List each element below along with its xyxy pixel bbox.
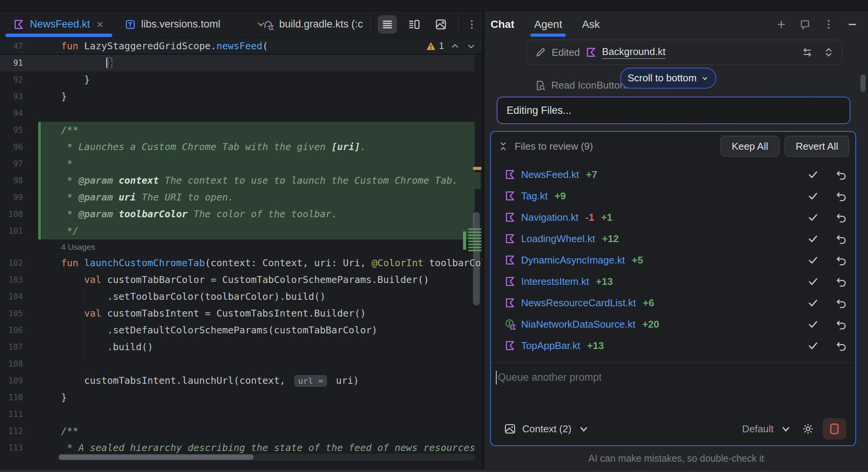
keep-all-button[interactable]: Keep All — [721, 136, 779, 157]
file-review-row-navigation-kt[interactable]: Navigation.kt-1+1 — [491, 207, 855, 228]
usages-label[interactable]: 4 Usages — [61, 239, 95, 255]
file-search-icon — [534, 80, 546, 91]
editor-tab-build-gradle-kts-c[interactable]: build.gradle.kts (:c — [253, 11, 373, 38]
code-line-94: 94 — [0, 105, 483, 122]
prompt-input[interactable]: Queue another prompt — [498, 372, 602, 383]
keep-file-icon[interactable] — [807, 233, 819, 244]
file-link[interactable]: Navigation.kt — [521, 212, 578, 223]
collapse-icon[interactable] — [498, 141, 508, 152]
file-link[interactable]: NiaNetworkDataSource.kt — [521, 318, 635, 330]
revert-file-icon[interactable] — [836, 297, 847, 309]
model-selector[interactable]: Default — [742, 423, 774, 435]
read-file-row[interactable]: Read IconButton. — [534, 79, 628, 91]
code-text: * @param context The context to use to l… — [61, 172, 458, 189]
code-text: val customTabBarColor = CustomTabColorSc… — [61, 272, 429, 288]
revert-file-icon[interactable] — [836, 254, 847, 266]
keep-file-icon[interactable] — [807, 318, 819, 330]
code-line-95: 95/** — [0, 122, 483, 139]
revert-file-icon[interactable] — [836, 340, 847, 351]
revert-file-icon[interactable] — [836, 169, 847, 180]
line-number: 112 — [0, 423, 23, 440]
editor-tab-newsfeed-kt[interactable]: NewsFeed.kt — [3, 11, 115, 38]
revert-file-icon[interactable] — [836, 212, 847, 223]
edited-file-link[interactable]: Background.kt — [602, 46, 666, 59]
code-text: } — [61, 88, 67, 105]
scroll-to-bottom-button[interactable]: Scroll to bottom — [620, 68, 716, 89]
status-bar-edge — [0, 469, 868, 472]
code-view-button[interactable] — [378, 15, 397, 34]
revert-file-icon[interactable] — [836, 190, 847, 202]
tab-agent[interactable]: Agent — [534, 18, 562, 31]
split-view-button[interactable] — [405, 15, 424, 34]
code-text: * @param toolbarColor The color of the t… — [61, 206, 337, 223]
code-area[interactable]: 91 }92 }93}9495/**96 * Launches a Custom… — [0, 55, 483, 472]
warning-icon[interactable] — [426, 41, 436, 51]
expand-collapse-icon[interactable] — [823, 47, 834, 58]
sticky-code-header[interactable]: 47 fun LazyStaggeredGridScope.newsFeed( … — [0, 38, 483, 55]
file-review-row-newsfeed-kt[interactable]: NewsFeed.kt+7 — [491, 164, 855, 185]
revert-file-icon[interactable] — [836, 233, 847, 244]
file-link[interactable]: InterestsItem.kt — [521, 276, 589, 288]
chat-history-icon[interactable] — [799, 19, 811, 30]
keep-file-icon[interactable] — [807, 297, 819, 309]
design-view-button[interactable] — [431, 15, 450, 34]
file-link[interactable]: DynamicAsyncImage.kt — [521, 254, 625, 266]
file-link[interactable]: TopAppBar.kt — [521, 340, 580, 352]
keep-file-icon[interactable] — [807, 276, 819, 287]
show-diff-icon[interactable] — [802, 47, 813, 58]
file-link[interactable]: NewsFeed.kt — [521, 169, 579, 181]
file-link[interactable]: NewsResourceCardList.kt — [521, 297, 636, 309]
diff-added-gutter-bar — [38, 223, 41, 239]
stop-button[interactable] — [823, 418, 846, 440]
close-tab-icon[interactable] — [96, 20, 105, 29]
horizontal-scrollbar-thumb[interactable] — [59, 454, 254, 460]
revert-file-icon[interactable] — [836, 318, 847, 330]
toml-file-icon — [125, 19, 136, 30]
revert-all-button[interactable]: Revert All — [785, 136, 849, 157]
file-review-row-topappbar-kt[interactable]: TopAppBar.kt+13 — [491, 335, 855, 356]
line-number: 113 — [0, 440, 23, 456]
file-review-row-tag-kt[interactable]: Tag.kt+9 — [491, 185, 855, 207]
tab-ask[interactable]: Ask — [582, 18, 600, 31]
keep-file-icon[interactable] — [807, 169, 819, 180]
revert-file-icon[interactable] — [836, 276, 847, 287]
chevron-down-icon — [780, 423, 792, 435]
file-link[interactable]: LoadingWheel.kt — [521, 233, 595, 245]
next-problem-icon[interactable] — [466, 41, 476, 51]
editor-options-kebab-icon[interactable] — [466, 19, 478, 30]
line-number: 98 — [0, 172, 23, 189]
diff-added-gutter-bar — [38, 122, 41, 139]
line-number: 110 — [0, 389, 23, 406]
tab-overflow-chevron-icon[interactable] — [256, 19, 266, 29]
hide-panel-icon[interactable] — [847, 19, 858, 30]
code-text: val customTabsIntent = CustomTabsIntent.… — [61, 305, 366, 322]
edited-file-card[interactable]: Edited Background.kt — [527, 40, 842, 65]
file-link[interactable]: Tag.kt — [521, 190, 547, 202]
gear-icon[interactable] — [802, 423, 814, 435]
attach-image-icon[interactable] — [504, 423, 516, 435]
keep-file-icon[interactable] — [807, 212, 819, 223]
panel-options-kebab-icon[interactable] — [823, 19, 834, 30]
keep-file-icon[interactable] — [807, 190, 819, 202]
tab-label: build.gradle.kts (:c — [279, 18, 363, 30]
context-selector[interactable]: Context (2) — [522, 423, 572, 435]
file-review-row-interestsitem-kt[interactable]: InterestsItem.kt+13 — [491, 271, 855, 292]
chat-scrollbar-thumb[interactable] — [860, 74, 866, 92]
scrollbar-warning-mark — [473, 167, 481, 170]
file-review-row-nianetworkdatasource-kt[interactable]: NiaNetworkDataSource.kt+20 — [491, 314, 855, 335]
previous-problem-icon[interactable] — [450, 41, 460, 51]
scroll-to-bottom-label: Scroll to bottom — [628, 72, 697, 84]
keep-file-icon[interactable] — [807, 254, 819, 266]
editor-tab-libs-versions-toml[interactable]: libs.versions.toml — [115, 11, 230, 38]
file-review-row-newsresourcecardlist-kt[interactable]: NewsResourceCardList.kt+6 — [491, 292, 855, 314]
keep-file-icon[interactable] — [807, 340, 819, 351]
usages-hint[interactable]: 4 Usages — [0, 239, 483, 255]
diff-added-gutter-bar — [38, 189, 41, 206]
file-review-row-loadingwheel-kt[interactable]: LoadingWheel.kt+12 — [491, 228, 855, 249]
vertical-scrollbar-thumb[interactable] — [473, 212, 480, 306]
line-number: 102 — [0, 255, 23, 272]
new-chat-icon[interactable] — [776, 19, 787, 30]
file-review-row-dynamicasyncimage-kt[interactable]: DynamicAsyncImage.kt+5 — [491, 249, 855, 271]
tab-label: NewsFeed.kt — [30, 18, 90, 30]
horizontal-scrollbar-track[interactable] — [57, 454, 475, 461]
